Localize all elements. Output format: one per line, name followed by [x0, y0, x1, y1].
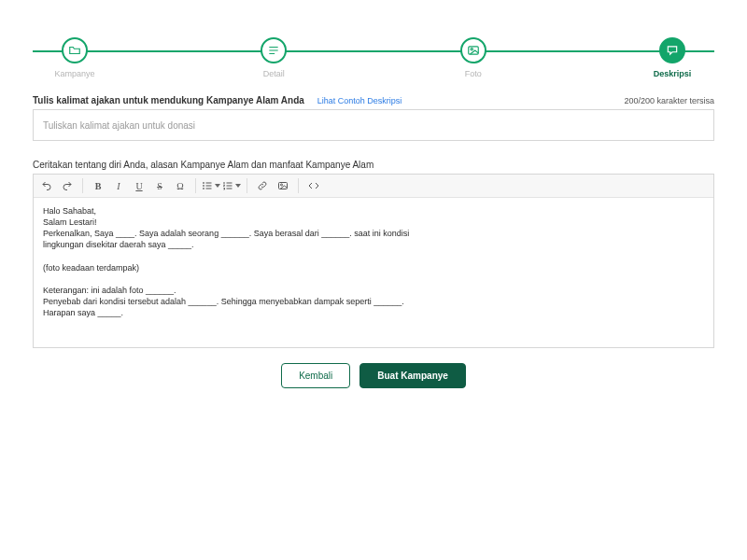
step-detail[interactable]: Detail	[232, 37, 316, 78]
list-ul-icon[interactable]	[202, 176, 220, 195]
svg-rect-0	[468, 47, 478, 54]
step-kampanye[interactable]: Kampanye	[33, 37, 117, 78]
italic-icon[interactable]: I	[109, 176, 128, 195]
step-label: Foto	[465, 69, 482, 78]
example-description-link[interactable]: Lihat Contoh Deskripsi	[317, 96, 402, 105]
redo-icon[interactable]	[58, 176, 77, 195]
create-campaign-button[interactable]: Buat Kampanye	[359, 363, 466, 388]
toolbar-separator	[82, 178, 83, 193]
toolbar-separator	[247, 178, 247, 193]
rte-toolbar: B I U S Ω	[34, 175, 713, 198]
strike-icon[interactable]: S	[150, 176, 169, 195]
svg-rect-5	[279, 183, 288, 189]
svg-point-2	[204, 183, 204, 184]
invitation-input[interactable]	[33, 109, 714, 141]
section2-label: Ceritakan tentang diri Anda, alasan Kamp…	[33, 160, 714, 170]
description-editor[interactable]: Halo Sahabat, Salam Lestari! Perkenalkan…	[34, 198, 713, 347]
link-icon[interactable]	[253, 176, 272, 195]
step-label: Deskripsi	[654, 69, 692, 78]
list-icon	[261, 37, 287, 63]
list-ol-icon[interactable]	[222, 176, 241, 195]
underline-icon[interactable]: U	[130, 176, 148, 195]
chat-icon	[659, 37, 685, 63]
toolbar-separator	[195, 178, 196, 193]
svg-point-3	[204, 186, 204, 187]
rich-text-editor: B I U S Ω	[33, 174, 714, 348]
stepper-line-fg	[33, 50, 714, 52]
svg-point-1	[471, 49, 472, 50]
step-label: Detail	[263, 69, 285, 78]
svg-point-6	[281, 184, 283, 186]
section1-header: Tulis kalimat ajakan untuk mendukung Kam…	[33, 95, 714, 105]
step-label: Kampanye	[54, 69, 94, 78]
step-foto[interactable]: Foto	[431, 37, 515, 78]
omega-icon[interactable]: Ω	[171, 176, 190, 195]
folder-icon	[62, 37, 88, 63]
stepper: Kampanye Detail Foto Deskripsi	[33, 37, 714, 78]
toolbar-separator	[298, 178, 299, 193]
step-deskripsi[interactable]: Deskripsi	[630, 37, 714, 78]
code-icon[interactable]	[304, 176, 323, 195]
undo-icon[interactable]	[37, 176, 56, 195]
bold-icon[interactable]: B	[89, 176, 107, 195]
section1-label: Tulis kalimat ajakan untuk mendukung Kam…	[33, 95, 304, 105]
svg-point-4	[204, 189, 204, 189]
back-button[interactable]: Kembali	[281, 363, 350, 388]
image-btn-icon[interactable]	[274, 176, 292, 195]
char-remaining: 200/200 karakter tersisa	[624, 96, 714, 105]
button-row: Kembali Buat Kampanye	[33, 363, 714, 388]
image-icon	[460, 37, 486, 63]
